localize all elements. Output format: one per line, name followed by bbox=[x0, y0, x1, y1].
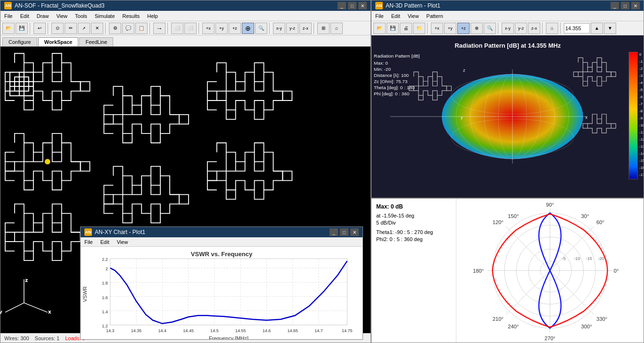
svg-text:1.2: 1.2 bbox=[102, 324, 108, 328]
tb-view-xy[interactable]: x-y bbox=[273, 23, 285, 34]
3d-tb-yz[interactable]: y-z bbox=[515, 23, 527, 34]
3d-tb-open[interactable]: 📂 bbox=[373, 23, 386, 34]
svg-text:-20: -20 bbox=[598, 256, 604, 261]
svg-text:-5: -5 bbox=[639, 88, 643, 92]
xy-minimize[interactable]: _ bbox=[330, 228, 338, 236]
svg-text:Frequency [MHz]: Frequency [MHz] bbox=[209, 335, 248, 339]
tab-feedline[interactable]: FeedLine bbox=[79, 37, 113, 46]
svg-text:-8: -8 bbox=[639, 109, 643, 113]
3d-minimize[interactable]: _ bbox=[611, 2, 619, 9]
3d-tb-x[interactable]: +x bbox=[431, 23, 443, 34]
svg-text:Zc [Ohm]: 75.73: Zc [Ohm]: 75.73 bbox=[374, 79, 408, 84]
svg-text:-9: -9 bbox=[639, 116, 643, 120]
3d-tb-home[interactable]: ⌂ bbox=[546, 23, 558, 34]
3d-tb-folder[interactable]: 📁 bbox=[413, 23, 425, 34]
tb-zoom[interactable]: 🔍 bbox=[255, 23, 267, 34]
menu-draw[interactable]: Draw bbox=[33, 12, 53, 20]
menu-file[interactable]: File bbox=[0, 12, 17, 20]
tb-comment[interactable]: 💬 bbox=[122, 23, 134, 34]
tb-settings[interactable]: ⚙ bbox=[109, 23, 121, 34]
tb-undo[interactable]: ↩ bbox=[33, 23, 46, 34]
xy-menu-edit[interactable]: Edit bbox=[97, 238, 113, 246]
tb-view-zx[interactable]: z-x bbox=[299, 23, 312, 34]
tb-wire[interactable]: ✏ bbox=[65, 23, 77, 34]
3d-tb-zoom[interactable]: 🔍 bbox=[484, 23, 496, 34]
tb-view-yz[interactable]: y-z bbox=[286, 23, 298, 34]
svg-text:-10: -10 bbox=[574, 256, 580, 261]
tb-axis-y[interactable]: +y bbox=[215, 23, 228, 34]
3d-app-icon: AN bbox=[375, 2, 383, 9]
3d-menu-pattern[interactable]: Pattern bbox=[422, 12, 446, 20]
title-controls: _ □ ✕ bbox=[338, 2, 367, 9]
polar-scale: 5 dB/Div bbox=[376, 220, 451, 226]
menu-tools[interactable]: Tools bbox=[71, 12, 91, 20]
tb-open[interactable]: 📂 bbox=[2, 23, 15, 34]
3d-title-controls: _ □ ✕ bbox=[611, 2, 640, 9]
xy-controls: _ □ ✕ bbox=[330, 228, 359, 236]
xy-title-bar: AN AN-XY Chart - Plot1 _ □ ✕ bbox=[81, 227, 363, 237]
tab-workspace[interactable]: WorkSpace bbox=[38, 37, 79, 46]
tb-3d[interactable]: ⊕ bbox=[242, 23, 254, 34]
svg-text:y: y bbox=[461, 115, 463, 120]
xy-close[interactable]: ✕ bbox=[350, 228, 359, 236]
3d-tb-y[interactable]: +y bbox=[444, 23, 456, 34]
tb-rect1[interactable]: ⬜ bbox=[171, 23, 183, 34]
svg-text:90°: 90° bbox=[546, 202, 554, 208]
3d-tb-3d[interactable]: ⊕ bbox=[471, 23, 483, 34]
tb-grid[interactable]: ⊞ bbox=[317, 23, 330, 34]
3d-menu-view[interactable]: View bbox=[404, 12, 423, 20]
svg-text:210°: 210° bbox=[493, 316, 504, 322]
3d-maximize[interactable]: □ bbox=[621, 2, 629, 9]
svg-text:0°: 0° bbox=[614, 268, 619, 274]
tb-rect2[interactable]: ⬜ bbox=[184, 23, 197, 34]
main-title-bar: AN AN-SOF - Fractal_SnowflakeQuad3 _ □ ✕ bbox=[0, 0, 371, 11]
tb-arc[interactable]: ↗ bbox=[78, 23, 90, 34]
svg-text:60°: 60° bbox=[596, 219, 604, 225]
frequency-input[interactable] bbox=[564, 23, 590, 33]
tb-axis-x[interactable]: +x bbox=[202, 23, 215, 34]
svg-text:-5: -5 bbox=[562, 256, 566, 261]
3d-toolbar: 📂 💾 🖨 📁 +x +y +z ⊕ 🔍 x-y y-z z-x ⌂ ▲ ▼ bbox=[372, 21, 644, 35]
tb-circle[interactable]: ⊙ bbox=[51, 23, 64, 34]
close-button[interactable]: ✕ bbox=[358, 2, 367, 9]
3d-tb-z[interactable]: +z bbox=[457, 23, 470, 34]
svg-text:VSWR: VSWR bbox=[82, 286, 88, 302]
tb-axis-z[interactable]: +z bbox=[229, 23, 241, 34]
menu-help[interactable]: Help bbox=[143, 12, 162, 20]
svg-text:14.45: 14.45 bbox=[183, 328, 194, 333]
xy-menu-file[interactable]: File bbox=[81, 238, 97, 246]
3d-tb-xy[interactable]: x-y bbox=[502, 23, 514, 34]
3d-close[interactable]: ✕ bbox=[631, 2, 640, 9]
3d-menu-edit[interactable]: Edit bbox=[388, 12, 404, 20]
3d-window-title: AN-3D Pattern - Plot1 bbox=[386, 2, 440, 9]
svg-text:14.75: 14.75 bbox=[342, 328, 353, 333]
freq-down[interactable]: ▼ bbox=[604, 23, 616, 34]
svg-text:14.3: 14.3 bbox=[106, 328, 115, 333]
3d-tb-zx[interactable]: z-x bbox=[528, 23, 540, 34]
svg-text:-4: -4 bbox=[639, 81, 643, 85]
tb-sep5 bbox=[167, 23, 169, 34]
3d-tb-print[interactable]: 🖨 bbox=[400, 23, 412, 34]
menu-edit[interactable]: Edit bbox=[17, 12, 33, 20]
minimize-button[interactable]: _ bbox=[338, 2, 346, 9]
menu-simulate[interactable]: Simulate bbox=[91, 12, 119, 20]
tb-clipboard[interactable]: 📋 bbox=[135, 23, 148, 34]
3d-tb-save[interactable]: 💾 bbox=[387, 23, 399, 34]
tb-home[interactable]: ⌂ bbox=[330, 23, 343, 34]
xy-menu-view[interactable]: View bbox=[113, 238, 132, 246]
xy-maximize[interactable]: □ bbox=[340, 228, 348, 236]
tb-delete[interactable]: ✕ bbox=[91, 23, 103, 34]
tb-save[interactable]: 💾 bbox=[16, 23, 28, 34]
3d-menu-file[interactable]: File bbox=[372, 12, 388, 20]
tb-arrow[interactable]: → bbox=[153, 23, 165, 34]
svg-text:Radiation Pattern [dB]: Radiation Pattern [dB] bbox=[374, 53, 420, 59]
xy-app-icon: AN bbox=[84, 228, 92, 236]
freq-up[interactable]: ▲ bbox=[591, 23, 603, 34]
maximize-button[interactable]: □ bbox=[348, 2, 356, 9]
main-menu-bar: File Edit Draw View Tools Simulate Resul… bbox=[0, 11, 371, 21]
tab-configure[interactable]: Configure bbox=[2, 37, 37, 46]
svg-text:-17: -17 bbox=[639, 173, 644, 177]
menu-view[interactable]: View bbox=[52, 12, 71, 20]
svg-rect-70 bbox=[629, 52, 637, 179]
menu-results[interactable]: Results bbox=[119, 12, 144, 20]
